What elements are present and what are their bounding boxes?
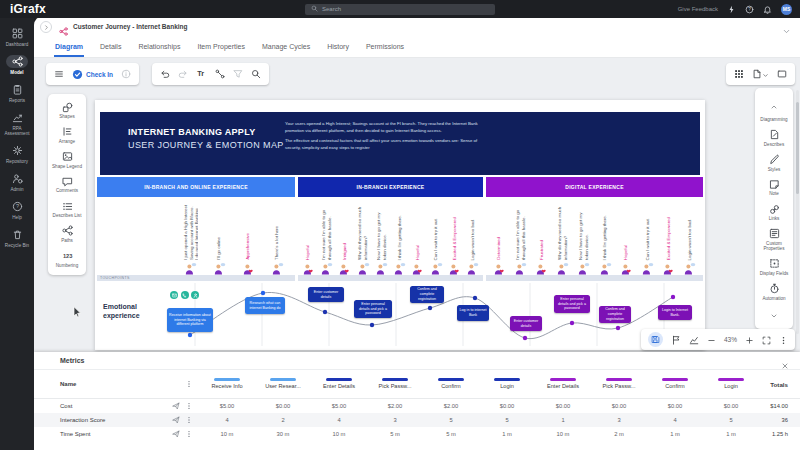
zoom-level[interactable]: 43%	[724, 336, 737, 343]
sidebar-item-model[interactable]: Model	[0, 55, 34, 75]
journey-step-box[interactable]: Login to Internet Bank.	[658, 305, 692, 320]
panel-item-shapes[interactable]: Shapes	[48, 98, 86, 123]
presentation-button[interactable]	[777, 65, 787, 83]
panel-item-arrange[interactable]: Arrange	[48, 123, 86, 148]
persona[interactable]: Intrigued	[337, 197, 353, 275]
sidebar-item-repository[interactable]: Repository	[0, 144, 34, 164]
row-menu-button[interactable]	[185, 430, 193, 439]
row-menu-button[interactable]	[185, 402, 193, 411]
check-in-button[interactable]: Check In	[72, 69, 113, 80]
journey-step-box[interactable]: Log in to internet Bank	[457, 305, 489, 321]
panel-item-numbering[interactable]: 123Numbering	[48, 247, 86, 272]
text-format-button[interactable]: Tr	[196, 65, 207, 83]
sidebar-item-rpa-assessment[interactable]: RPA Assessment	[0, 111, 34, 136]
phase-bar-2[interactable]: IN-BRANCH EXPERIENCE	[298, 177, 483, 197]
tab-details[interactable]: Details	[99, 38, 122, 57]
persona[interactable]: I'm not sure I'm able to go through all …	[319, 197, 335, 275]
scroll-more-down-icon[interactable]	[770, 305, 778, 325]
path-flag-button[interactable]	[671, 331, 681, 349]
panel-item-diagramming[interactable]: Diagramming	[755, 92, 793, 126]
collapse-up-icon[interactable]	[770, 96, 778, 116]
metrics-chart-button[interactable]	[689, 331, 699, 349]
persona[interactable]: I just opened a High Interest Saving acc…	[182, 197, 198, 275]
tab-permissions[interactable]: Permissions	[365, 38, 405, 57]
panel-item-links[interactable]: Links	[755, 200, 793, 225]
persona[interactable]: I think I'm getting there.	[597, 197, 613, 275]
redo-button[interactable]	[178, 65, 188, 83]
help-icon[interactable]: ?	[745, 0, 754, 18]
column-menu-button[interactable]	[185, 380, 193, 389]
persona[interactable]: I think I'm getting there.	[392, 197, 408, 275]
zoom-search-button[interactable]	[251, 65, 261, 83]
journey-step-box[interactable]: Enter customer details	[510, 316, 542, 331]
panel-item-custom-properties[interactable]: Custom Properties	[755, 225, 793, 255]
persona[interactable]: Apprehensive	[240, 197, 256, 275]
persona[interactable]: I'm not sure I'm able to go through all …	[512, 197, 528, 275]
info-icon[interactable]	[121, 65, 131, 83]
panel-item-paths[interactable]: Paths	[48, 222, 86, 247]
page-setup-button[interactable]	[752, 65, 769, 83]
persona[interactable]: Excited & Empowered	[446, 197, 462, 275]
tab-relationships[interactable]: Relationships	[137, 38, 181, 57]
zoom-out-button[interactable]	[707, 331, 716, 349]
persona[interactable]: There's a lot here	[269, 197, 285, 275]
persona[interactable]: I'll go online	[211, 197, 227, 275]
zoom-in-button[interactable]	[745, 331, 754, 349]
panel-item-shape-legend[interactable]: Shape Legend	[48, 148, 86, 173]
journey-step-box[interactable]: Confirm and complete registration	[599, 306, 631, 323]
panel-item-display-fields[interactable]: Display Fields	[755, 255, 793, 280]
journey-header-shape[interactable]: INTERNET BANKING APPLY USER JOURNEY & EM…	[100, 112, 700, 175]
persona[interactable]: Determined	[491, 197, 507, 275]
tab-history[interactable]: History	[326, 38, 350, 57]
sidebar-item-recycle-bin[interactable]: Recycle Bin	[0, 228, 34, 248]
panel-item-automation[interactable]: Automation	[755, 280, 793, 305]
persona[interactable]: Hopeful	[618, 197, 634, 275]
persona[interactable]: Hopeful	[410, 197, 426, 275]
save-button[interactable]	[648, 332, 663, 347]
sidebar-item-admin[interactable]: Admin	[0, 172, 34, 192]
persona[interactable]: Hopeful	[300, 197, 316, 275]
grid-view-button[interactable]	[734, 65, 744, 83]
give-feedback-link[interactable]: Give Feedback	[678, 6, 718, 12]
panel-item-note[interactable]: Note	[755, 175, 793, 200]
persona[interactable]: Excited & Empowered	[661, 197, 677, 275]
menu-hamburger-icon[interactable]	[54, 65, 64, 83]
phase-bar-3[interactable]: DIGITAL EXPERIENCE	[486, 177, 703, 197]
sidebar-item-reports[interactable]: Reports	[0, 83, 34, 103]
scrollbar-thumb[interactable]	[796, 102, 799, 194]
persona[interactable]: Frustrated	[534, 197, 550, 275]
panel-item-describes-list[interactable]: Describes List	[48, 197, 86, 222]
journey-step-box[interactable]: Receive information about internet Banki…	[167, 308, 213, 332]
persona[interactable]: Login wasn't too bad.	[465, 197, 481, 275]
notifications-bell-icon[interactable]	[763, 0, 772, 18]
sidebar-item-dashboard[interactable]: Dashboard	[0, 27, 34, 47]
tab-diagram[interactable]: Diagram	[54, 38, 84, 57]
journey-step-box[interactable]: Enter customer details	[308, 287, 344, 302]
panel-item-describes[interactable]: Describes	[755, 126, 793, 151]
bolt-icon[interactable]	[727, 0, 736, 18]
metric-link-icon[interactable]	[172, 416, 180, 425]
persona[interactable]: Now I have to go get my token device.	[576, 197, 592, 275]
journey-step-box[interactable]: Enter personal details and pick a passwo…	[354, 300, 392, 318]
search-input[interactable]: Search	[305, 4, 495, 15]
metric-link-icon[interactable]	[172, 402, 180, 411]
persona[interactable]: Why do they need so much information?	[555, 197, 571, 275]
journey-step-box[interactable]: Research what can internet Banking do	[245, 297, 285, 314]
collapse-panel-button[interactable]	[40, 21, 52, 33]
persona[interactable]: Can I wait to try it out.	[428, 197, 444, 275]
filter-button[interactable]	[233, 65, 243, 83]
persona[interactable]: Why do they need so much information?	[355, 197, 371, 275]
persona[interactable]: Can I wait to try it out.	[639, 197, 655, 275]
metric-link-icon[interactable]	[172, 430, 180, 439]
panel-item-comments[interactable]: Comments	[48, 172, 86, 197]
persona[interactable]: Now I have to go get my token device.	[373, 197, 389, 275]
row-menu-button[interactable]	[185, 416, 193, 425]
phase-bar-1[interactable]: IN-BRANCH AND ONLINE EXPERIENCE	[97, 177, 295, 197]
panel-item-styles[interactable]: Styles	[755, 151, 793, 176]
tab-item-properties[interactable]: Item Properties	[196, 38, 245, 57]
persona[interactable]: Login wasn't too bad.	[682, 197, 698, 275]
journey-step-box[interactable]: Enter personal details and pick a passwo…	[554, 295, 590, 313]
more-options-button[interactable]	[779, 331, 788, 349]
journey-step-box[interactable]: Confirm and complete registration	[410, 286, 444, 303]
user-avatar[interactable]: MS	[781, 4, 792, 15]
